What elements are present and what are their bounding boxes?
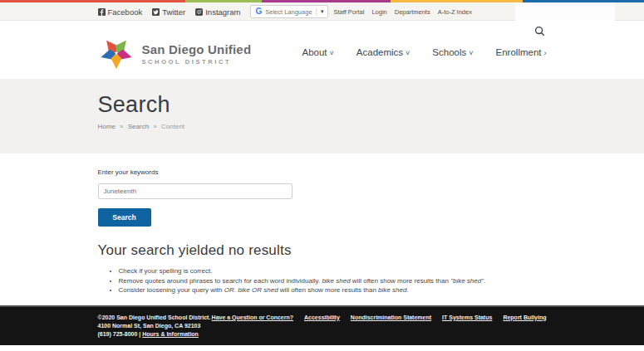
breadcrumb-current: Content — [161, 123, 184, 130]
footer-contact-block: ©2020 San Diego Unified School District.… — [98, 314, 211, 339]
it-systems-status-link[interactable]: IT Systems Status — [442, 314, 492, 320]
nav-about[interactable]: About˅ — [302, 47, 334, 57]
search-submit-button[interactable]: Search — [98, 208, 151, 227]
login-link[interactable]: Login — [371, 8, 386, 16]
utility-bar: Facebook Twitter Instagram G Select Lang… — [0, 2, 644, 21]
breadcrumb-home[interactable]: Home — [98, 123, 116, 130]
departments-link[interactable]: Departments — [395, 8, 430, 16]
accessibility-link[interactable]: Accessibility — [304, 314, 340, 320]
nav-enrollment[interactable]: Enrollment› — [496, 47, 547, 57]
nondiscrimination-link[interactable]: Nondiscrimination Statement — [351, 314, 431, 320]
search-tip: Consider loosening your query with OR. b… — [119, 285, 547, 295]
chevron-right-icon: › — [544, 49, 547, 57]
search-icon[interactable] — [534, 25, 545, 40]
breadcrumb-separator: » — [120, 123, 123, 130]
org-name: San Diego Unified — [142, 42, 252, 56]
instagram-label: Instagram — [205, 7, 240, 17]
footer-links: Have a Question or Concern? Accessibilit… — [212, 314, 547, 320]
instagram-icon — [195, 8, 203, 16]
keywords-label: Enter your keywords — [98, 168, 547, 176]
logo-star-icon — [98, 33, 135, 75]
chevron-down-icon: ˅ — [330, 49, 334, 57]
no-results-heading: Your search yielded no results — [98, 242, 547, 259]
search-tips-list: Check if your spelling is correct. Remov… — [98, 266, 547, 295]
main-nav: About˅ Academics˅ Schools˅ Enrollment› — [302, 47, 547, 57]
keywords-input[interactable] — [98, 183, 293, 199]
hours-information-link[interactable]: Hours & Information — [142, 331, 199, 337]
search-tip: Check if your spelling is correct. — [119, 266, 547, 276]
footer-copyright: ©2020 San Diego Unified School District. — [98, 314, 211, 322]
facebook-link[interactable]: Facebook — [98, 7, 143, 17]
google-translate-widget[interactable]: G Select Language | ▾ — [250, 5, 328, 18]
twitter-link[interactable]: Twitter — [152, 7, 185, 17]
twitter-square-icon — [152, 8, 160, 16]
google-g-icon: G — [255, 7, 262, 16]
a-to-z-index-link[interactable]: A-to-Z Index — [438, 8, 472, 16]
staff-portal-link[interactable]: Staff Portal — [333, 8, 364, 16]
report-bullying-link[interactable]: Report Bullying — [503, 314, 546, 320]
search-tip: Remove quotes around phrases to search f… — [119, 276, 547, 286]
nav-schools[interactable]: Schools˅ — [432, 47, 473, 57]
district-logo[interactable]: San Diego Unified SCHOOL DISTRICT — [98, 29, 252, 79]
instagram-link[interactable]: Instagram — [195, 7, 240, 17]
twitter-label: Twitter — [162, 7, 185, 17]
page-title: Search — [98, 92, 547, 118]
chevron-down-icon: ˅ — [406, 49, 410, 57]
footer-phone-line: (619) 725-8000 | Hours & Information — [98, 330, 211, 339]
chevron-down-icon: ▾ — [321, 8, 324, 15]
facebook-square-icon — [98, 8, 106, 16]
page-title-band: Search Home » Search » Content — [0, 79, 644, 154]
chevron-down-icon: ˅ — [469, 49, 473, 57]
question-concern-link[interactable]: Have a Question or Concern? — [212, 314, 293, 320]
translate-label: Select Language — [265, 8, 312, 16]
breadcrumb-search[interactable]: Search — [128, 123, 149, 130]
facebook-label: Facebook — [108, 7, 143, 17]
breadcrumb-separator: » — [153, 123, 156, 130]
breadcrumb: Home » Search » Content — [98, 123, 547, 130]
translate-divider: | — [316, 7, 317, 16]
org-subtitle: SCHOOL DISTRICT — [142, 58, 252, 66]
footer-address: 4100 Normal St, San Diego, CA 92103 — [98, 322, 211, 330]
site-footer: ©2020 San Diego Unified School District.… — [0, 305, 644, 345]
site-header: San Diego Unified SCHOOL DISTRICT About˅… — [0, 21, 644, 79]
main-content: Enter your keywords Search Your search y… — [0, 154, 644, 295]
nav-academics[interactable]: Academics˅ — [356, 47, 410, 57]
